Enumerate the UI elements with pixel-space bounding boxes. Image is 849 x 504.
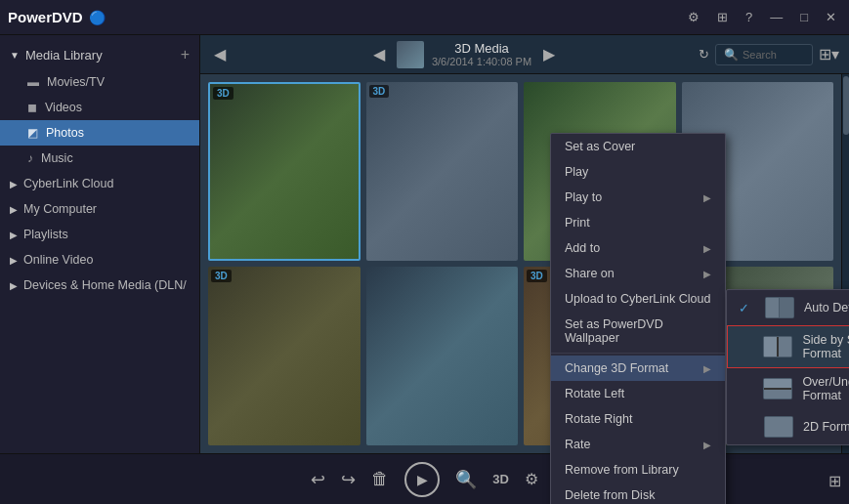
sidebar-item-videos[interactable]: ◼ Videos bbox=[0, 95, 199, 120]
submenu-item-side-by-side[interactable]: Side by Side Format bbox=[727, 325, 849, 368]
section-label: Online Video bbox=[23, 253, 93, 267]
media-info: ◀ 3D Media 3/6/2014 1:40:08 PM ▶ bbox=[237, 41, 691, 68]
sidebar-section-devices[interactable]: ▶ Devices & Home Media (DLN/ bbox=[0, 273, 199, 298]
chevron-right-icon: ▶ bbox=[10, 280, 18, 291]
section-label: Playlists bbox=[23, 228, 68, 241]
photo-cell-1[interactable]: 3D bbox=[208, 82, 361, 261]
main-layout: ▼ Media Library + ▬ Movies/TV ◼ Videos ◩… bbox=[0, 35, 849, 453]
maximize-btn[interactable]: □ bbox=[795, 8, 813, 26]
submenu-item-auto-detect[interactable]: ✓ Auto Detect bbox=[727, 290, 849, 325]
sidebar-section-my-computer[interactable]: ▶ My Computer bbox=[0, 196, 199, 222]
add-library-btn[interactable]: + bbox=[181, 46, 190, 63]
section-label: CyberLink Cloud bbox=[23, 177, 113, 190]
search-icon: 🔍 bbox=[724, 48, 739, 62]
rewind-btn[interactable]: ↩ bbox=[311, 469, 325, 490]
media-library-label: Media Library bbox=[25, 48, 103, 63]
check-icon: ✓ bbox=[739, 301, 749, 315]
sidebar-section-cyberlink[interactable]: ▶ CyberLink Cloud bbox=[0, 171, 199, 196]
3d-toggle-btn[interactable]: 3D bbox=[492, 472, 509, 486]
back-btn[interactable]: ◀ bbox=[210, 41, 230, 67]
settings-gear-btn[interactable]: ⚙ bbox=[525, 470, 538, 488]
menu-item-play[interactable]: Play bbox=[551, 159, 725, 185]
search-box[interactable]: 🔍 Search bbox=[715, 44, 813, 65]
scrollbar-thumb[interactable] bbox=[843, 76, 849, 135]
menu-item-play-to[interactable]: Play to ▶ bbox=[551, 185, 725, 210]
menu-item-add-to[interactable]: Add to ▶ bbox=[551, 235, 725, 261]
close-btn[interactable]: ✕ bbox=[821, 8, 841, 26]
svg-rect-8 bbox=[765, 417, 792, 437]
music-icon: ♪ bbox=[27, 151, 33, 165]
badge-3d: 3D bbox=[211, 270, 232, 282]
svg-rect-3 bbox=[779, 337, 791, 357]
menu-item-set-as-cover[interactable]: Set as Cover bbox=[551, 134, 725, 159]
section-label: Devices & Home Media (DLN/ bbox=[23, 278, 187, 292]
forward-btn[interactable]: ↪ bbox=[341, 469, 356, 490]
videos-icon: ◼ bbox=[27, 101, 37, 114]
submenu-arrow-icon: ▶ bbox=[703, 243, 711, 254]
minimize-btn[interactable]: — bbox=[765, 8, 787, 26]
view-toggle-btn[interactable]: ⊞▾ bbox=[819, 45, 839, 63]
submenu-3d-format: ✓ Auto Detect Si bbox=[726, 289, 849, 445]
media-date: 3/6/2014 1:40:08 PM bbox=[432, 56, 531, 67]
context-menu: Set as Cover Play Play to ▶ Print Add to… bbox=[550, 133, 726, 504]
submenu-item-over-under[interactable]: Over/Under Format bbox=[727, 368, 849, 409]
nav-right: ↻ 🔍 Search ⊞▾ bbox=[699, 44, 839, 65]
sidebar-item-music[interactable]: ♪ Music bbox=[0, 146, 199, 171]
photo-cell-5[interactable]: 3D bbox=[208, 267, 361, 445]
menu-item-set-wallpaper[interactable]: Set as PowerDVD Wallpaper bbox=[551, 312, 725, 351]
2d-format-icon bbox=[764, 416, 793, 438]
title-bar: PowerDVD 🔵 ⚙ ⊞ ? — □ ✕ bbox=[0, 0, 849, 35]
sidebar: ▼ Media Library + ▬ Movies/TV ◼ Videos ◩… bbox=[0, 35, 200, 453]
badge-3d: 3D bbox=[213, 87, 233, 100]
media-library-header[interactable]: ▼ Media Library + bbox=[0, 40, 199, 69]
photo-cell-2[interactable]: 3D bbox=[366, 82, 519, 261]
switch-btn[interactable]: ⊞ bbox=[712, 8, 733, 26]
badge-3d: 3D bbox=[369, 85, 390, 98]
media-title-area: 3D Media 3/6/2014 1:40:08 PM bbox=[432, 41, 531, 67]
over-under-icon bbox=[763, 378, 792, 399]
menu-item-upload-cyberlink[interactable]: Upload to CyberLink Cloud bbox=[551, 286, 725, 312]
sidebar-item-label: Movies/TV bbox=[47, 75, 105, 89]
menu-item-delete-from-disk[interactable]: Delete from Disk bbox=[551, 483, 725, 504]
submenu-item-2d-format[interactable]: 2D Format bbox=[727, 409, 849, 444]
media-thumbnail bbox=[397, 41, 424, 68]
next-btn[interactable]: ▶ bbox=[539, 41, 559, 67]
refresh-btn[interactable]: ↻ bbox=[699, 47, 709, 62]
svg-rect-0 bbox=[766, 298, 779, 317]
auto-detect-icon bbox=[765, 297, 794, 318]
badge-3d: 3D bbox=[527, 270, 547, 282]
section-label: My Computer bbox=[23, 202, 97, 216]
expand-btn[interactable]: ⊞ bbox=[828, 472, 841, 490]
submenu-arrow-icon: ▶ bbox=[703, 363, 711, 374]
help-btn[interactable]: ? bbox=[741, 8, 757, 26]
sidebar-item-photos[interactable]: ◩ Photos bbox=[0, 120, 199, 146]
menu-item-change-3d-format[interactable]: Change 3D Format ▶ bbox=[551, 356, 725, 381]
menu-item-share-on[interactable]: Share on ▶ bbox=[551, 261, 725, 286]
sidebar-item-label: Videos bbox=[45, 101, 82, 114]
photo-cell-6[interactable] bbox=[366, 267, 519, 445]
menu-item-print[interactable]: Print bbox=[551, 210, 725, 235]
sidebar-item-label: Photos bbox=[46, 126, 84, 140]
menu-item-rotate-right[interactable]: Rotate Right bbox=[551, 406, 725, 432]
prev-btn[interactable]: ◀ bbox=[369, 41, 389, 67]
menu-divider bbox=[551, 353, 725, 354]
delete-btn[interactable]: 🗑 bbox=[371, 469, 389, 489]
chevron-right-icon: ▶ bbox=[10, 179, 18, 189]
movies-icon: ▬ bbox=[27, 75, 39, 89]
app-icon: 🔵 bbox=[89, 10, 106, 25]
chevron-down-icon: ▼ bbox=[10, 50, 20, 61]
zoom-btn[interactable]: 🔍 bbox=[455, 469, 477, 490]
play-pause-btn[interactable]: ▶ bbox=[404, 462, 440, 497]
menu-item-rotate-left[interactable]: Rotate Left bbox=[551, 381, 725, 406]
chevron-right-icon: ▶ bbox=[10, 204, 18, 215]
media-title: 3D Media bbox=[432, 41, 531, 56]
menu-item-remove-from-library[interactable]: Remove from Library bbox=[551, 457, 725, 483]
sidebar-item-movies-tv[interactable]: ▬ Movies/TV bbox=[0, 69, 199, 95]
chevron-right-icon: ▶ bbox=[10, 230, 18, 240]
sidebar-section-online-video[interactable]: ▶ Online Video bbox=[0, 247, 199, 273]
svg-rect-6 bbox=[764, 390, 791, 399]
menu-item-rate[interactable]: Rate ▶ bbox=[551, 432, 725, 457]
settings-btn[interactable]: ⚙ bbox=[683, 8, 704, 26]
sidebar-section-playlists[interactable]: ▶ Playlists bbox=[0, 222, 199, 247]
side-by-side-icon bbox=[763, 336, 792, 357]
